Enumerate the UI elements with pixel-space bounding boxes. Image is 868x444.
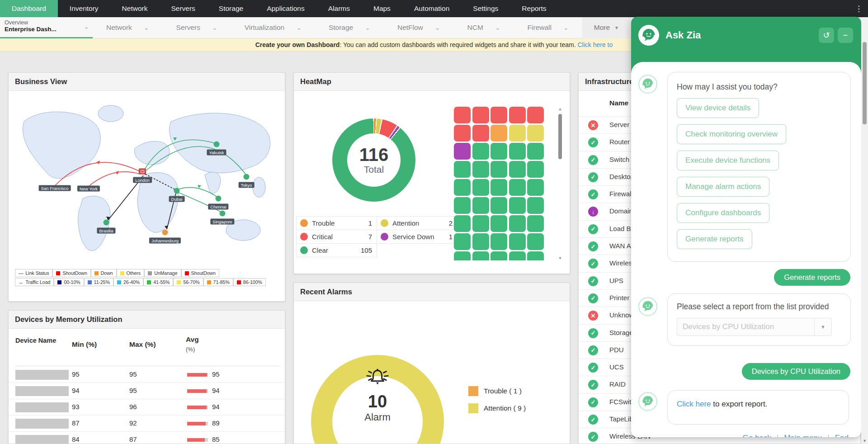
tab-network[interactable]: Network⌄ [93, 17, 163, 38]
column-avg[interactable]: Avg [186, 335, 199, 344]
topnav-item-maps[interactable]: Maps [362, 0, 402, 17]
map-node-dubai[interactable] [174, 188, 180, 194]
heat-cell-r7c5[interactable] [527, 215, 544, 232]
topnav-item-applications[interactable]: Applications [255, 0, 316, 17]
heat-cell-r1c2[interactable] [472, 107, 489, 123]
map-node-london[interactable] [139, 169, 146, 175]
column-device-name[interactable]: Device Name [15, 337, 56, 344]
heat-cell-r2c4[interactable] [509, 125, 526, 142]
heat-cell-r8c4[interactable] [509, 233, 526, 250]
map-node-yakutsk[interactable] [214, 142, 220, 147]
map-node-chennai[interactable] [216, 196, 222, 202]
heat-cell-r8c3[interactable] [491, 233, 507, 250]
scroll-down-icon[interactable]: ▼ [557, 256, 563, 260]
topnav-item-network[interactable]: Network [110, 0, 160, 17]
heatmap-legend-service-down[interactable]: Service Down1 [377, 230, 458, 244]
topnav-item-alarms[interactable]: Alarms [316, 0, 362, 17]
overflow-menu-icon[interactable]: ⋮ [852, 0, 865, 17]
tab-enterprise-dashboard[interactable]: Overview Enterprise Dash... ⌄ [0, 17, 93, 38]
column-max[interactable]: Max (%) [129, 340, 156, 349]
topnav-item-storage[interactable]: Storage [207, 0, 255, 17]
heat-cell-r2c1[interactable] [454, 125, 471, 142]
minimize-icon[interactable]: − [838, 28, 853, 43]
page-scrollbar-thumb[interactable] [863, 42, 867, 124]
heat-cell-r2c3[interactable] [491, 125, 507, 142]
tab-more[interactable]: More ▼ [582, 17, 631, 38]
tab-servers[interactable]: Servers⌄ [163, 17, 231, 38]
report-select-dropdown[interactable]: Devices by CPU Utilization ▼ [677, 318, 832, 336]
map-node-tokyo[interactable] [244, 174, 250, 180]
banner-link[interactable]: Click here to [577, 41, 613, 48]
heat-cell-r6c2[interactable] [472, 197, 489, 214]
heat-cell-r3c3[interactable] [491, 143, 507, 160]
zia-link-end[interactable]: End [835, 434, 849, 437]
heat-cell-r6c1[interactable] [454, 197, 471, 214]
chevron-down-icon[interactable]: ⌄ [84, 24, 89, 30]
heat-cell-r3c1[interactable] [454, 143, 471, 160]
zia-link-main-menu[interactable]: Main menu [784, 434, 822, 437]
heat-cell-r7c3[interactable] [491, 215, 507, 232]
table-row[interactable]: 848785 [9, 432, 285, 444]
heat-cell-r8c2[interactable] [472, 233, 489, 250]
page-scrollbar[interactable]: ▼ [861, 17, 868, 444]
topnav-item-servers[interactable]: Servers [159, 0, 207, 17]
topnav-item-settings[interactable]: Settings [461, 0, 510, 17]
heat-cell-r9c1[interactable] [454, 251, 471, 260]
user-message-generate-reports[interactable]: Generate reports [774, 269, 850, 286]
zia-link-go-back[interactable]: Go back [742, 434, 771, 437]
heat-cell-r4c4[interactable] [509, 161, 526, 178]
heatmap-legend-critical[interactable]: Critical7 [296, 230, 377, 244]
table-row[interactable]: 949594 [9, 383, 285, 399]
heat-cell-r4c3[interactable] [491, 161, 507, 178]
heatmap-legend-attention[interactable]: Attention2 [377, 216, 458, 230]
heat-cell-r3c4[interactable] [509, 143, 526, 160]
heat-cell-r3c5[interactable] [527, 143, 544, 160]
tab-ncm[interactable]: NCM⌄ [454, 17, 514, 38]
zia-option-generate-reports[interactable]: Generate reports [677, 229, 752, 249]
tab-storage[interactable]: Storage⌄ [315, 17, 384, 38]
heat-cell-r9c3[interactable] [491, 251, 507, 260]
heat-cell-r6c3[interactable] [491, 197, 507, 214]
heat-cell-r4c2[interactable] [472, 161, 489, 178]
table-row[interactable]: 939694 [9, 399, 285, 416]
heatmap-scrollbar[interactable]: ▲ ▼ [557, 107, 563, 260]
heat-cell-r2c5[interactable] [527, 125, 544, 142]
heat-cell-r7c4[interactable] [509, 215, 526, 232]
topnav-item-inventory[interactable]: Inventory [58, 0, 110, 17]
heatmap-legend-trouble[interactable]: Trouble1 [296, 216, 377, 230]
scroll-up-icon[interactable]: ▲ [557, 107, 563, 111]
heat-cell-r1c3[interactable] [491, 107, 507, 123]
heat-cell-r5c5[interactable] [527, 179, 544, 196]
heat-cell-r6c4[interactable] [509, 197, 526, 214]
scrollbar-down-icon[interactable]: ▼ [861, 439, 868, 443]
export-report-link[interactable]: Click here [677, 400, 711, 408]
map-node-johannesburg[interactable] [162, 230, 168, 236]
heat-cell-r8c5[interactable] [527, 233, 544, 250]
scrollbar-thumb[interactable] [558, 114, 562, 159]
column-min[interactable]: Min (%) [72, 340, 97, 349]
topnav-item-dashboard[interactable]: Dashboard [0, 0, 58, 17]
heat-cell-r1c1[interactable] [454, 107, 471, 123]
heat-cell-r2c2[interactable] [472, 125, 489, 142]
tab-netflow[interactable]: NetFlow⌄ [384, 17, 454, 38]
heatmap-legend-clear[interactable]: Clear105 [296, 243, 377, 257]
world-map[interactable]: San FranciscoNew YorkLondonYakutskTokyoD… [15, 94, 279, 269]
heat-cell-r4c5[interactable] [527, 161, 544, 178]
heat-cell-r1c4[interactable] [509, 107, 526, 123]
topnav-item-reports[interactable]: Reports [510, 0, 558, 17]
heat-cell-r5c1[interactable] [454, 179, 471, 196]
zia-option-check-monitoring-overview[interactable]: Check monitoring overview [677, 124, 786, 144]
tab-firewall[interactable]: Firewall⌄ [514, 17, 582, 38]
heat-cell-r9c5[interactable] [527, 251, 544, 260]
heat-cell-r3c2[interactable] [472, 143, 489, 160]
column-name[interactable]: Name [609, 99, 628, 107]
heat-cell-r7c2[interactable] [472, 215, 489, 232]
map-node-brasilia[interactable] [104, 220, 109, 226]
heat-cell-r4c1[interactable] [454, 161, 471, 178]
heat-cell-r5c3[interactable] [491, 179, 507, 196]
heat-cell-r6c5[interactable] [527, 197, 544, 214]
user-message-devices-by-cpu[interactable]: Devices by CPU Utilization [742, 363, 850, 380]
zia-option-execute-device-functions[interactable]: Execute device functions [677, 151, 779, 170]
table-row[interactable]: 959595 [9, 367, 285, 383]
zia-option-manage-alarm-actions[interactable]: Manage alarm actions [677, 177, 769, 197]
